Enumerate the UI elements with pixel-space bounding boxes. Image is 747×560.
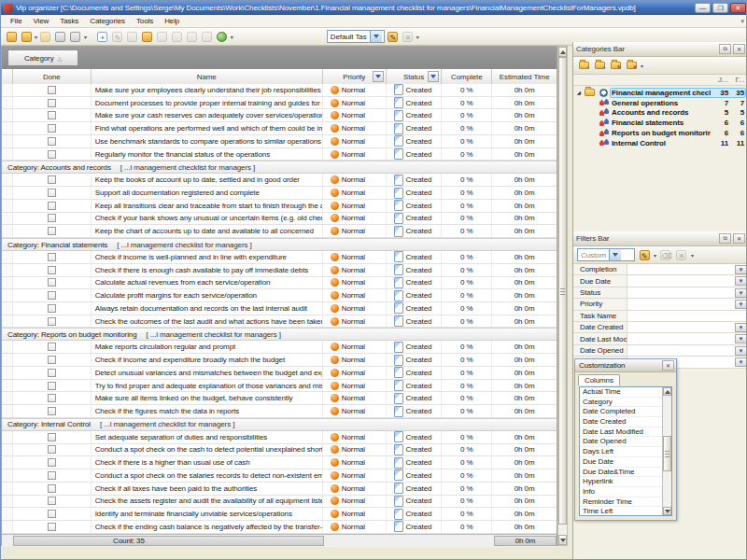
task-row[interactable]: Make reports circulation regular and pro… xyxy=(2,341,557,354)
filter-dropdown-icon[interactable]: ▼ xyxy=(735,265,747,274)
open-file-icon[interactable] xyxy=(39,30,52,43)
done-checkbox[interactable] xyxy=(48,407,56,415)
column-list-item[interactable]: Date Last Modified xyxy=(580,427,671,438)
filter-dropdown-icon[interactable]: ▼ xyxy=(735,346,747,356)
column-list-item[interactable]: Time Left xyxy=(580,507,671,516)
duplicate-task-icon[interactable] xyxy=(126,30,139,43)
task-row[interactable]: Check the outcomes of the last audit and… xyxy=(2,315,557,329)
task-row[interactable]: Conduct a spot check on the salaries rec… xyxy=(2,469,557,483)
filter-value-field[interactable] xyxy=(627,345,747,356)
task-row[interactable]: Check if all taxes have been paid to the… xyxy=(2,483,557,496)
scroll-down-icon[interactable] xyxy=(558,535,567,545)
task-row[interactable]: Calculate profit margins for each servic… xyxy=(2,289,557,302)
delete-default-task-icon[interactable]: ✕ xyxy=(402,30,415,43)
task-overflow-icon[interactable]: ▾ xyxy=(231,34,233,40)
done-checkbox[interactable] xyxy=(48,278,56,287)
done-checkbox[interactable] xyxy=(48,266,56,274)
uncomplete-task-icon[interactable] xyxy=(171,30,184,43)
print-preview-icon[interactable] xyxy=(69,30,82,43)
task-row[interactable]: Check if there is enough cash available … xyxy=(2,264,557,277)
done-checkbox[interactable] xyxy=(48,343,56,351)
done-checkbox[interactable] xyxy=(48,202,56,210)
filter-dropdown-icon[interactable]: ▼ xyxy=(735,300,747,309)
task-row[interactable]: Keep all transitions clear and traceable… xyxy=(2,200,557,213)
columns-scrollbar-thumb[interactable] xyxy=(663,436,671,471)
filters-hide-icon[interactable]: ✕ xyxy=(733,233,745,244)
done-checkbox[interactable] xyxy=(48,189,56,197)
categories-float-icon[interactable]: ⧉ xyxy=(719,44,731,54)
filter-row[interactable]: Status▼ xyxy=(573,287,747,299)
tree-count-column-2[interactable]: Г... xyxy=(735,76,744,84)
task-row[interactable]: Check if income and expenditure broadly … xyxy=(2,354,557,367)
add-category-icon[interactable]: + xyxy=(577,59,590,72)
default-task-dropdown-icon[interactable] xyxy=(370,31,382,42)
filter-value-field[interactable] xyxy=(627,299,747,309)
backup-database-icon[interactable] xyxy=(5,30,18,43)
task-row[interactable]: Try to find proper and adequate explanat… xyxy=(2,380,557,393)
done-checkbox[interactable] xyxy=(48,458,56,467)
done-column-header[interactable]: Done xyxy=(13,69,92,84)
scrollbar-thumb[interactable] xyxy=(558,57,567,525)
combo-overflow-icon[interactable]: ▾ xyxy=(416,34,419,40)
column-list-item[interactable]: Reminder Time xyxy=(580,497,671,508)
task-row[interactable]: Regularly monitor the financial status o… xyxy=(2,148,557,161)
filter-row[interactable]: Completion▼ xyxy=(573,264,747,275)
filter-value-field[interactable] xyxy=(627,287,747,298)
done-checkbox[interactable] xyxy=(48,497,56,505)
task-row[interactable]: Check the assets register and audit the … xyxy=(2,496,557,509)
filter-value-field[interactable] xyxy=(627,311,747,321)
column-list-item[interactable]: Due Date xyxy=(580,457,671,468)
done-checkbox[interactable] xyxy=(48,394,56,402)
filter-row[interactable]: Date Created▼ xyxy=(573,322,747,333)
task-row[interactable]: Make sure all items linked on the budget… xyxy=(2,392,557,405)
menu-file[interactable]: File xyxy=(5,15,28,27)
clear-filter-icon[interactable]: ⌫ xyxy=(659,248,672,261)
filter-row[interactable]: Due Date▼ xyxy=(573,275,747,287)
delete-category-icon[interactable]: ✕ xyxy=(625,59,638,72)
status-column-header[interactable]: Status xyxy=(387,69,443,84)
categories-hide-icon[interactable]: ✕ xyxy=(733,44,745,54)
minimize-button[interactable] xyxy=(695,3,711,13)
category-group-header[interactable]: Category: Accounts and records[ ...l man… xyxy=(2,161,557,174)
add-task-icon[interactable]: + xyxy=(96,30,109,43)
restore-button[interactable] xyxy=(712,3,728,13)
done-checkbox[interactable] xyxy=(48,445,56,454)
filter-dropdown-icon[interactable]: ▾ xyxy=(654,252,656,259)
column-list-item[interactable]: Days Left xyxy=(580,447,671,457)
task-row[interactable]: Make sure your employees clearly underst… xyxy=(2,84,557,97)
category-group-header[interactable]: Category: Financial statements[ ...l man… xyxy=(2,238,557,251)
scroll-up-icon[interactable] xyxy=(558,47,567,57)
filter-row[interactable]: Date Opened▼ xyxy=(573,345,747,357)
done-checkbox[interactable] xyxy=(48,124,56,133)
menu-tasks[interactable]: Tasks xyxy=(54,15,84,27)
expander-icon[interactable]: ◢ xyxy=(577,90,581,95)
estimated-column-header[interactable]: Estimated Time xyxy=(492,69,557,84)
customize-filter-icon[interactable]: ✎ xyxy=(638,248,651,261)
categories-overflow-icon[interactable]: ▾ xyxy=(641,63,643,69)
task-row[interactable]: Conduct a spot check on the cash to dete… xyxy=(2,444,557,457)
task-row[interactable]: Check if the ending cash balance is nega… xyxy=(2,521,557,534)
task-row[interactable]: Keep the books of account up to date, se… xyxy=(2,174,557,187)
filter-dropdown-icon[interactable]: ▼ xyxy=(735,357,747,367)
task-row[interactable]: Check if the figures match the data in r… xyxy=(2,405,557,418)
done-checkbox[interactable] xyxy=(48,291,56,300)
done-checkbox[interactable] xyxy=(48,369,56,377)
done-checkbox[interactable] xyxy=(48,484,56,493)
task-row[interactable]: Set adequate separation of duties and re… xyxy=(2,431,557,444)
complete-task-icon[interactable] xyxy=(156,30,169,43)
menubar-overflow-icon[interactable]: ▾ xyxy=(741,18,744,25)
done-checkbox[interactable] xyxy=(48,510,56,518)
column-list-item[interactable]: Date Opened xyxy=(580,437,671,447)
filter-dropdown-icon[interactable]: ▼ xyxy=(735,334,747,343)
category-group-header[interactable]: Category: Reports on budget monitoring[ … xyxy=(2,328,557,341)
done-checkbox[interactable] xyxy=(48,523,56,531)
column-list-item[interactable]: Hyperlink xyxy=(580,477,671,487)
task-row[interactable]: Support all documentation registered and… xyxy=(2,187,557,200)
category-tree-item[interactable]: Reports on budget monitoring66 xyxy=(573,128,747,138)
category-tree-item[interactable]: Accounts and records55 xyxy=(573,108,747,119)
done-checkbox[interactable] xyxy=(48,253,56,261)
column-list-item[interactable]: Date Created xyxy=(580,417,671,427)
filter-preset-dropdown-icon[interactable] xyxy=(609,249,621,260)
task-row[interactable]: Always retain documentation and records … xyxy=(2,302,557,315)
close-button[interactable] xyxy=(730,3,746,13)
